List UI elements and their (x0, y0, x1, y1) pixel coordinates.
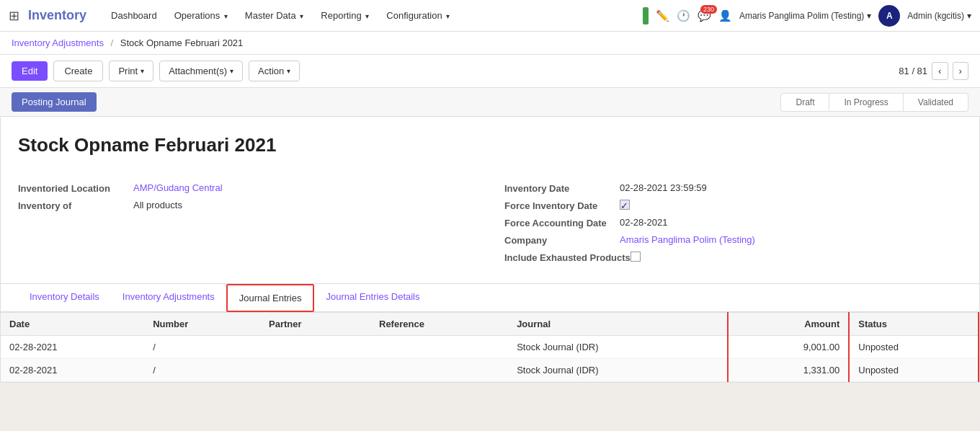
navbar-admin[interactable]: Admin (kgcitis) ▾ (907, 11, 971, 21)
chat-icon[interactable]: 💬 230 (698, 9, 711, 22)
table-wrapper: Date Number Partner Reference Journal Am… (1, 312, 979, 382)
field-label-force-acc: Force Accounting Date (504, 217, 620, 228)
prev-record-button[interactable]: ‹ (932, 62, 948, 80)
navbar-dashboard[interactable]: Dashboard (104, 7, 164, 24)
cell-status-1: Unposted (849, 336, 979, 359)
tab-inventory-adjustments[interactable]: Inventory Adjustments (111, 284, 226, 312)
field-value-force-acc: 02-28-2021 (620, 217, 668, 228)
posting-bar: Posting Journal Draft In Progress Valida… (0, 88, 980, 117)
field-include-exhausted: Include Exhausted Products (504, 252, 962, 263)
field-value-inv-date: 02-28-2021 23:59:59 (620, 182, 707, 193)
navbar-menu: Dashboard Operations ▾ Master Data ▾ Rep… (104, 7, 637, 24)
breadcrumb-separator: / (111, 37, 114, 48)
field-force-inventory-date: Force Inventory Date ✓ (504, 200, 962, 211)
form-col-left: Inventoried Location AMP/Gudang Central … (18, 182, 476, 269)
col-status: Status (849, 313, 979, 336)
field-label-inv-date: Inventory Date (504, 182, 620, 194)
tab-inventory-details[interactable]: Inventory Details (18, 284, 111, 312)
chat-badge: 230 (700, 5, 717, 14)
edit-button[interactable]: Edit (12, 61, 48, 81)
status-validated[interactable]: Validated (904, 93, 968, 112)
table-row[interactable]: 02-28-2021 / Stock Journal (IDR) 1,331.0… (1, 359, 979, 382)
checkbox-force-inventory[interactable]: ✓ (620, 200, 630, 210)
field-force-accounting-date: Force Accounting Date 02-28-2021 (504, 217, 962, 228)
cell-amount-2: 1,331.00 (728, 359, 850, 382)
next-record-button[interactable]: › (953, 62, 968, 80)
status-in-progress[interactable]: In Progress (829, 93, 903, 112)
navbar-reporting[interactable]: Reporting ▾ (313, 7, 376, 24)
col-partner: Partner (260, 313, 370, 336)
col-amount: Amount (728, 313, 850, 336)
navbar: ⊞ Inventory Dashboard Operations ▾ Maste… (0, 0, 980, 32)
journal-entries-table: Date Number Partner Reference Journal Am… (1, 312, 979, 382)
breadcrumb: Inventory Adjustments / Stock Opname Feb… (0, 32, 980, 55)
navbar-configuration[interactable]: Configuration ▾ (379, 7, 457, 24)
field-label-company: Company (504, 234, 620, 246)
cell-amount-1: 9,001.00 (728, 336, 850, 359)
table-row[interactable]: 02-28-2021 / Stock Journal (IDR) 9,001.0… (1, 336, 979, 359)
table-body: 02-28-2021 / Stock Journal (IDR) 9,001.0… (1, 336, 979, 382)
status-draft[interactable]: Draft (780, 93, 829, 112)
action-bar: Edit Create Print ▾ Attachment(s) ▾ Acti… (0, 55, 980, 88)
cell-date-1: 02-28-2021 (1, 336, 144, 359)
form-section: Inventoried Location AMP/Gudang Central … (1, 182, 979, 283)
table-header: Date Number Partner Reference Journal Am… (1, 313, 979, 336)
navbar-operations[interactable]: Operations ▾ (167, 7, 235, 24)
field-label-force-inv: Force Inventory Date (504, 200, 620, 211)
doc-header: Stock Opname Februari 2021 (1, 117, 979, 182)
document-title: Stock Opname Februari 2021 (18, 134, 962, 156)
main-content: Stock Opname Februari 2021 Inventoried L… (0, 117, 980, 383)
col-journal: Journal (508, 313, 728, 336)
cell-status-2: Unposted (849, 359, 979, 382)
status-steps: Draft In Progress Validated (780, 93, 968, 112)
navbar-masterdata[interactable]: Master Data ▾ (238, 7, 311, 24)
cell-reference-1 (370, 336, 508, 359)
create-button[interactable]: Create (53, 61, 103, 81)
record-position: 81 / 81 (899, 66, 927, 76)
cell-journal-1: Stock Journal (IDR) (508, 336, 728, 359)
checkbox-exhausted[interactable] (631, 252, 641, 262)
field-inventoried-location: Inventoried Location AMP/Gudang Central (18, 182, 476, 194)
cell-number-2: / (144, 359, 260, 382)
cell-number-1: / (144, 336, 260, 359)
tabs-bar: Inventory Details Inventory Adjustments … (1, 283, 979, 312)
activity-bar (643, 7, 649, 25)
navbar-brand[interactable]: Inventory (28, 8, 86, 23)
print-button[interactable]: Print ▾ (109, 61, 153, 81)
field-inventory-of: Inventory of All products (18, 200, 476, 211)
cell-partner-1 (260, 336, 370, 359)
field-label-location: Inventoried Location (18, 182, 133, 194)
field-label-inventory-of: Inventory of (18, 200, 133, 211)
avatar[interactable]: A (878, 5, 900, 27)
cell-date-2: 02-28-2021 (1, 359, 144, 382)
tab-journal-entries-details[interactable]: Journal Entries Details (314, 284, 431, 312)
col-date: Date (1, 313, 144, 336)
tab-journal-entries[interactable]: Journal Entries (226, 284, 315, 312)
navbar-user[interactable]: Amaris Panglima Polim (Testing) ▾ (739, 11, 871, 21)
cell-partner-2 (260, 359, 370, 382)
edit-nav-icon[interactable]: ✏️ (656, 9, 669, 22)
field-inventory-date: Inventory Date 02-28-2021 23:59:59 (504, 182, 962, 194)
posting-journal-button[interactable]: Posting Journal (12, 92, 97, 112)
grid-icon[interactable]: ⊞ (9, 8, 19, 24)
navbar-right: ✏️ 🕐 💬 230 👤 Amaris Panglima Polim (Test… (643, 5, 971, 27)
field-label-exhausted: Include Exhausted Products (504, 252, 631, 263)
action-button[interactable]: Action ▾ (249, 61, 300, 81)
col-number: Number (144, 313, 260, 336)
user-nav-icon[interactable]: 👤 (718, 9, 732, 22)
field-value-company[interactable]: Amaris Panglima Polim (Testing) (620, 234, 755, 245)
cell-reference-2 (370, 359, 508, 382)
attachments-button[interactable]: Attachment(s) ▾ (159, 61, 243, 81)
field-value-inventory-of: All products (133, 200, 182, 210)
breadcrumb-parent[interactable]: Inventory Adjustments (12, 37, 104, 48)
clock-icon[interactable]: 🕐 (677, 9, 690, 22)
field-company: Company Amaris Panglima Polim (Testing) (504, 234, 962, 246)
cell-journal-2: Stock Journal (IDR) (508, 359, 728, 382)
col-reference: Reference (370, 313, 508, 336)
record-navigation: 81 / 81 ‹ › (899, 62, 968, 80)
breadcrumb-current: Stock Opname Februari 2021 (120, 37, 244, 48)
form-col-right: Inventory Date 02-28-2021 23:59:59 Force… (504, 182, 962, 269)
field-value-location[interactable]: AMP/Gudang Central (133, 182, 223, 193)
